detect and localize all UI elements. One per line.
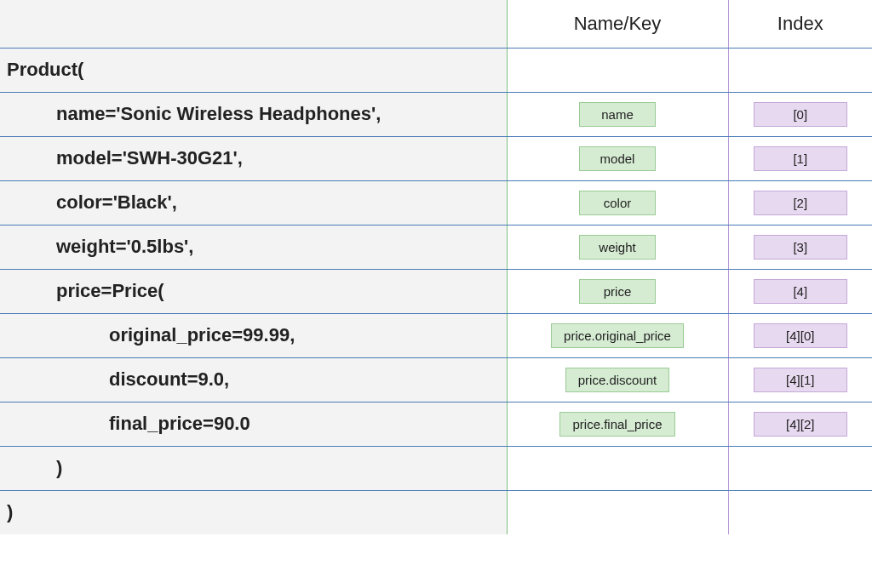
index-cell: [4][1]	[728, 357, 872, 402]
code-cell: model='SWH-30G21',	[0, 136, 507, 180]
name-key-cell: weight	[507, 225, 728, 269]
code-text: Product(	[7, 59, 507, 81]
index-cell	[728, 446, 872, 490]
mapping-table: Name/Key Index Product(name='Sonic Wirel…	[0, 0, 872, 534]
index-badge: [1]	[754, 146, 847, 171]
index-cell	[728, 490, 872, 534]
index-badge: [4][1]	[754, 368, 847, 392]
header-index: Index	[728, 0, 872, 48]
code-text: name='Sonic Wireless Headphones',	[7, 103, 507, 125]
name-key-badge: price.original_price	[551, 323, 684, 348]
table-row: original_price=99.99,price.original_pric…	[0, 313, 872, 357]
table-row: name='Sonic Wireless Headphones',name[0]	[0, 92, 872, 136]
code-text: price=Price(	[7, 280, 507, 302]
table-row: Product(	[0, 48, 872, 92]
index-cell: [3]	[728, 225, 872, 269]
code-text: weight='0.5lbs',	[7, 236, 507, 258]
name-key-cell	[507, 446, 728, 490]
index-badge: [2]	[754, 191, 847, 215]
table-row: model='SWH-30G21',model[1]	[0, 136, 872, 180]
index-cell: [0]	[728, 92, 872, 136]
table-row: color='Black',color[2]	[0, 180, 872, 225]
name-key-cell: price.discount	[507, 357, 728, 402]
index-cell	[728, 48, 872, 92]
header-row: Name/Key Index	[0, 0, 872, 48]
code-text: model='SWH-30G21',	[7, 147, 507, 169]
code-text: )	[7, 457, 507, 479]
header-name-key: Name/Key	[507, 0, 728, 48]
name-key-cell: color	[507, 180, 728, 225]
name-key-cell	[507, 48, 728, 92]
code-text: color='Black',	[7, 191, 507, 214]
code-cell: )	[0, 446, 507, 490]
code-cell: name='Sonic Wireless Headphones',	[0, 92, 507, 136]
code-text: discount=9.0,	[7, 368, 507, 391]
index-badge: [4][0]	[754, 323, 847, 348]
name-key-badge: color	[579, 191, 656, 215]
code-cell: color='Black',	[0, 180, 507, 225]
code-cell: Product(	[0, 48, 507, 92]
index-cell: [1]	[728, 136, 872, 180]
name-key-badge: price.discount	[565, 368, 670, 392]
index-badge: [4][2]	[754, 412, 847, 437]
index-badge: [0]	[754, 102, 847, 127]
table-row: )	[0, 490, 872, 534]
name-key-cell	[507, 490, 728, 534]
name-key-badge: price	[579, 279, 656, 304]
table-row: )	[0, 446, 872, 490]
name-key-cell: price.original_price	[507, 313, 728, 357]
index-badge: [3]	[754, 235, 847, 260]
name-key-badge: weight	[579, 235, 656, 260]
name-key-cell: model	[507, 136, 728, 180]
code-text: original_price=99.99,	[7, 324, 507, 346]
name-key-badge: price.final_price	[559, 412, 674, 437]
index-badge: [4]	[754, 279, 847, 304]
code-cell: weight='0.5lbs',	[0, 225, 507, 269]
name-key-badge: model	[579, 146, 656, 171]
table-row: weight='0.5lbs',weight[3]	[0, 225, 872, 269]
name-key-cell: price.final_price	[507, 402, 728, 446]
table-row: final_price=90.0price.final_price[4][2]	[0, 402, 872, 446]
table-row: discount=9.0,price.discount[4][1]	[0, 357, 872, 402]
header-code	[0, 0, 507, 48]
code-cell: discount=9.0,	[0, 357, 507, 402]
index-cell: [4]	[728, 269, 872, 313]
name-key-badge: name	[579, 102, 656, 127]
name-key-cell: name	[507, 92, 728, 136]
index-cell: [2]	[728, 180, 872, 225]
code-cell: price=Price(	[0, 269, 507, 313]
table-row: price=Price(price[4]	[0, 269, 872, 313]
index-cell: [4][2]	[728, 402, 872, 446]
code-text: final_price=90.0	[7, 413, 507, 435]
code-text: )	[7, 501, 507, 523]
name-key-cell: price	[507, 269, 728, 313]
code-cell: )	[0, 490, 507, 534]
code-cell: original_price=99.99,	[0, 313, 507, 357]
code-cell: final_price=90.0	[0, 402, 507, 446]
index-cell: [4][0]	[728, 313, 872, 357]
